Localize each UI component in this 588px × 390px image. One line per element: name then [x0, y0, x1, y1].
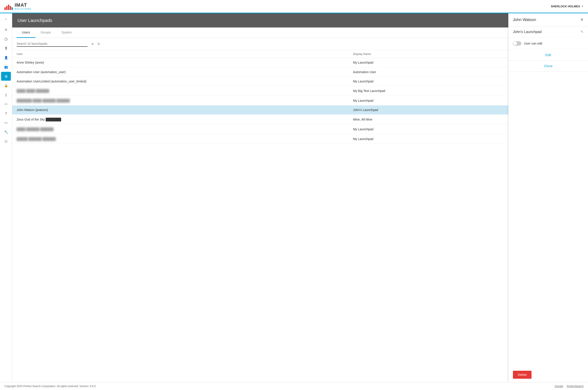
refresh-button[interactable]: ↻ [97, 42, 100, 46]
delete-button[interactable]: Delete [513, 371, 532, 379]
top-header: IMAT SOLUTIONS SHERLOCK HOLMES ▼ [0, 0, 588, 13]
cell-display-name: My Launchpad [349, 77, 524, 86]
launchpad-name-section: John's Launchpad ✎ [508, 26, 588, 38]
table-row[interactable]: ███████ ████ ██████ ██████My Launchpad✓ [12, 96, 588, 105]
cell-user: ████ ████ ██████ [12, 86, 349, 96]
sidebar-item-angle[interactable]: <> [1, 100, 11, 109]
sidebar-item-clock[interactable]: ◷ [1, 35, 11, 44]
table-row[interactable]: Anne Shirley (anne)My Launchpad [12, 58, 588, 67]
tab-groups[interactable]: Groups [36, 27, 56, 38]
table-row[interactable]: ████ ████ ██████My Big Test Launchpad✓ [12, 86, 588, 96]
clone-action-label: Clone [544, 64, 552, 68]
page-footer: Copyright 2025 Perfect Search Corporatio… [0, 382, 588, 390]
sidebar-item-upload[interactable]: ⬆ [1, 44, 11, 53]
col-user: User [12, 50, 349, 58]
tab-users[interactable]: Users [17, 27, 36, 38]
search-input[interactable] [17, 41, 87, 46]
tabs-bar: Users Groups System [12, 27, 588, 38]
cell-user: John Watson (jwatson) [12, 105, 349, 115]
user-menu[interactable]: SHERLOCK HOLMES ▼ [551, 5, 584, 8]
cell-display-name: My Launchpad [349, 134, 524, 144]
sidebar-item-code[interactable]: {} [1, 90, 11, 99]
table-row[interactable]: ████ ██████ ██████My Launchpad✓ [12, 124, 588, 134]
page-title: User Launchpads [17, 18, 52, 23]
search-bar: ✕ ↻ [12, 38, 588, 50]
cell-display-name: My Big Test Launchpad [349, 86, 524, 96]
user-can-edit-toggle-row: User can edit [508, 38, 588, 49]
footer-links: Google PerfectSearch [554, 385, 584, 388]
tab-groups-label: Groups [41, 31, 51, 34]
sidebar-item-checklist[interactable]: ☑ [1, 137, 11, 146]
logo-solutions: SOLUTIONS [15, 8, 32, 10]
search-input-wrap [17, 41, 87, 47]
cell-display-name: My Launchpad [349, 96, 524, 105]
cell-user: █████ ██████ ██████ [12, 134, 349, 144]
table-row[interactable]: Zeus God of the Sky ███████Mine, All Min… [12, 115, 588, 124]
cell-user: Automation User (automation_user) [12, 67, 349, 77]
user-can-edit-label: User can edit [524, 42, 542, 45]
launchpads-table: User Display Name User Anne Shirley (ann… [12, 50, 588, 144]
copyright-text: Copyright 2025 Perfect Search Corporatio… [4, 385, 96, 388]
user-name: SHERLOCK HOLMES [551, 5, 580, 8]
sidebar-toggle[interactable]: › [1, 15, 11, 23]
checklist-icon: ☑ [5, 140, 7, 143]
sidebar-item-group[interactable]: 👥 [1, 62, 11, 71]
cell-user: ████ ██████ ██████ [12, 124, 349, 134]
logo-area: IMAT SOLUTIONS [4, 2, 32, 10]
col-display-name: Display Name [349, 50, 524, 58]
clock-icon: ◷ [4, 37, 8, 42]
table-row[interactable]: █████ ██████ ██████My Launchpad✓ [12, 134, 588, 144]
cell-display-name: John's Launchpad [349, 105, 524, 115]
edit-action-button[interactable]: Edit [508, 49, 588, 60]
lock-icon: 🔒 [4, 84, 8, 87]
perfectsearch-link[interactable]: PerfectSearch [567, 385, 584, 388]
user-icon: 👤 [4, 56, 8, 59]
key-icon: 🗝 [4, 121, 7, 125]
user-can-edit-toggle[interactable] [513, 41, 521, 46]
sidebar-item-user[interactable]: 👤 [1, 53, 11, 62]
upload-icon: ⬆ [4, 46, 8, 51]
sidebar-item-menu[interactable]: ≡ [1, 25, 11, 34]
angle-bracket-icon: <> [4, 102, 7, 106]
edit-pencil-icon[interactable]: ✎ [581, 30, 584, 34]
content-area: User Launchpads ? Users Groups System ✕ … [12, 13, 588, 382]
logo-bars [4, 3, 13, 10]
wrench-icon: 🔧 [4, 130, 8, 134]
toggle-knob [513, 42, 517, 46]
google-link[interactable]: Google [554, 385, 563, 388]
cell-display-name: My Launchpad [349, 124, 524, 134]
table-header-row: User Display Name User [12, 50, 588, 58]
cell-user: ███████ ████ ██████ ██████ [12, 96, 349, 105]
sidebar: › ≡ ◷ ⬆ 👤 👥 ⊞ 🔒 {} <> ⤒ 🗝 [0, 13, 12, 382]
tab-system-label: System [61, 31, 72, 34]
tab-system[interactable]: System [56, 27, 77, 38]
sidebar-item-share[interactable]: ⤒ [1, 109, 11, 118]
page-header: User Launchpads ? [12, 13, 588, 27]
launchpad-name-text: John's Launchpad [513, 30, 542, 34]
table-row[interactable]: Automation UserLimited (automation_user_… [12, 77, 588, 86]
panel-close-button[interactable]: ✕ [580, 17, 584, 22]
right-panel: John Watson ✕ John's Launchpad ✎ User ca… [508, 13, 588, 382]
group-icon: 👥 [4, 65, 8, 69]
clear-search-button[interactable]: ✕ [90, 42, 95, 47]
cell-user: Anne Shirley (anne) [12, 58, 349, 67]
panel-title: John Watson [513, 17, 536, 22]
code-icon: {} [5, 93, 7, 97]
sidebar-item-key[interactable]: 🗝 [1, 118, 11, 127]
table-row[interactable]: John Watson (jwatson)John's Launchpad [12, 105, 588, 115]
cell-display-name: Automation User [349, 67, 524, 77]
main-layout: › ≡ ◷ ⬆ 👤 👥 ⊞ 🔒 {} <> ⤒ 🗝 [0, 13, 588, 382]
panel-header: John Watson ✕ [508, 13, 588, 26]
edit-action-label: Edit [546, 53, 551, 57]
sidebar-item-lock[interactable]: 🔒 [1, 81, 11, 90]
share-icon: ⤒ [5, 111, 7, 116]
cell-display-name: My Launchpad [349, 58, 524, 67]
panel-footer: Delete [508, 367, 588, 382]
table-container: User Display Name User Anne Shirley (ann… [12, 50, 588, 382]
chevron-down-icon: ▼ [581, 5, 584, 7]
tab-users-label: Users [22, 31, 30, 34]
sidebar-item-grid[interactable]: ⊞ [1, 72, 11, 81]
table-row[interactable]: Automation User (automation_user)Automat… [12, 67, 588, 77]
sidebar-item-wrench[interactable]: 🔧 [1, 128, 11, 137]
clone-action-button[interactable]: Clone [508, 60, 588, 72]
